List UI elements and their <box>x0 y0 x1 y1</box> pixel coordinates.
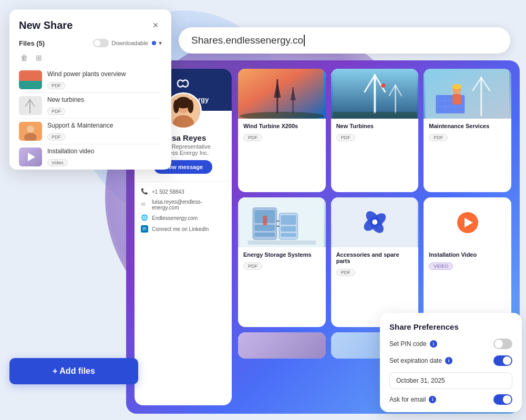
pref-pin-text: Set PIN code <box>389 340 427 348</box>
card-image-storage <box>238 197 326 247</box>
svg-rect-39 <box>254 233 275 237</box>
pref-label-expiration: Set expiration date i <box>389 357 452 364</box>
svg-rect-34 <box>452 86 462 88</box>
card-image-turbines <box>331 69 419 119</box>
pref-row-expiration: Set expiration date i <box>389 355 512 366</box>
svg-rect-21 <box>333 112 417 119</box>
email-icon: ✉ <box>141 201 148 208</box>
linkedin-icon: in <box>141 225 148 233</box>
panel-title: New Share <box>19 19 73 32</box>
card-wind-turbine[interactable]: Wind Turbine X200s PDF <box>238 69 326 192</box>
url-bar[interactable]: Shares.endlessenergy.co <box>179 27 510 54</box>
downloadable-switch[interactable] <box>93 39 109 47</box>
card-image-accessories <box>331 197 419 247</box>
file-badge-2: PDF <box>47 133 65 141</box>
file-info-3: Installation video Video <box>47 148 162 166</box>
info-icon-email: i <box>429 396 436 403</box>
toggle-email[interactable] <box>493 394 512 405</box>
card-badge-wind: PDF <box>243 134 262 141</box>
grid-icon[interactable]: ⊞ <box>34 52 44 63</box>
toggle-pin[interactable] <box>493 339 512 349</box>
card-body-storage: Energy Storage Systems PDF <box>238 247 326 274</box>
close-button[interactable]: × <box>149 19 162 32</box>
info-icon-expiration: i <box>445 357 452 364</box>
phone-icon: 📞 <box>141 188 148 195</box>
svg-rect-47 <box>247 240 316 245</box>
file-thumb-video <box>19 148 42 166</box>
card-video[interactable]: Installation Video VIDEO <box>424 197 511 327</box>
email-item: ✉ luisa.reyes@endless-energy.com <box>141 199 225 211</box>
card-body-accessories: Accessories and spare parts PDF <box>331 247 419 280</box>
card-badge-turbines: PDF <box>336 134 355 141</box>
card-image-maintenance <box>424 69 511 119</box>
card-partial-1[interactable] <box>238 332 326 359</box>
date-input[interactable] <box>389 372 512 389</box>
file-name-2: Support & Maintenance <box>47 122 162 129</box>
file-item-0[interactable]: Wind power plants overview PDF <box>19 67 162 93</box>
file-item-3[interactable]: Installation video Video <box>19 144 162 170</box>
card-new-turbines[interactable]: New Turbines PDF <box>331 69 419 192</box>
svg-point-50 <box>372 219 377 225</box>
card-title-wind: Wind Turbine X200s <box>243 123 321 129</box>
toggle-expiration[interactable] <box>493 355 512 366</box>
card-image-partial1 <box>238 332 326 359</box>
card-badge-maintenance: PDF <box>429 134 448 141</box>
file-item-1[interactable]: New turbines PDF <box>19 93 162 119</box>
file-info-2: Support & Maintenance PDF <box>47 122 162 141</box>
svg-rect-32 <box>453 94 461 104</box>
pref-expiration-text: Set expiration date <box>389 357 442 364</box>
svg-point-58 <box>27 125 34 133</box>
svg-rect-44 <box>263 216 267 225</box>
card-body-turbines: New Turbines PDF <box>331 119 419 145</box>
card-title-storage: Energy Storage Systems <box>243 251 321 258</box>
contact-info: 📞 +1 502 58843 ✉ luisa.reyes@endless-ene… <box>135 184 232 240</box>
svg-point-20 <box>381 83 385 88</box>
file-info-1: New turbines PDF <box>47 96 162 115</box>
add-files-button[interactable]: + Add files <box>9 358 138 384</box>
file-thumb-turbine <box>19 96 42 115</box>
card-maintenance[interactable]: Maintenance Services PDF <box>424 69 511 192</box>
info-icon-pin: i <box>430 340 437 348</box>
svg-rect-43 <box>281 233 296 237</box>
files-header: Files (5) Downloadable ▾ <box>19 39 162 47</box>
delete-icon[interactable]: 🗑 <box>19 52 29 63</box>
file-item-2[interactable]: Support & Maintenance PDF <box>19 119 162 144</box>
card-accessories[interactable]: Accessories and spare parts PDF <box>331 197 419 327</box>
downloadable-label: Downloadable <box>111 40 148 46</box>
chevron-down-icon: ▾ <box>159 39 162 47</box>
svg-rect-38 <box>254 225 275 231</box>
pref-row-email: Ask for email i <box>389 394 512 405</box>
svg-rect-17 <box>395 85 396 113</box>
logo-icon <box>173 77 192 93</box>
pref-row-pin: Set PIN code i <box>389 339 512 349</box>
files-label: Files (5) <box>19 39 45 47</box>
file-badge-3: Video <box>47 159 68 166</box>
svg-point-5 <box>188 100 193 113</box>
website-item[interactable]: 🌐 Endlessenergy.com <box>141 214 225 222</box>
card-body-maintenance: Maintenance Services PDF <box>424 119 511 145</box>
card-title-maintenance: Maintenance Services <box>429 123 506 129</box>
cursor <box>304 35 305 46</box>
card-badge-storage: PDF <box>243 262 262 270</box>
downloadable-toggle: Downloadable ▾ <box>93 39 162 47</box>
card-title-accessories: Accessories and spare parts <box>336 251 414 264</box>
file-badge-1: PDF <box>47 108 65 115</box>
play-button <box>457 212 478 233</box>
card-body-wind: Wind Turbine X200s PDF <box>238 119 326 145</box>
file-name-0: Wind power plants overview <box>47 70 162 78</box>
card-storage[interactable]: Energy Storage Systems PDF <box>238 197 326 327</box>
website-text: Endlessenergy.com <box>152 215 198 221</box>
files-actions: 🗑 ⊞ <box>19 52 162 63</box>
notification-dot <box>152 41 156 45</box>
card-body-video: Installation Video VIDEO <box>424 247 511 274</box>
panel-header: New Share × <box>19 19 162 32</box>
prefs-title: Share Preferences <box>389 322 512 331</box>
linkedin-item[interactable]: in Connect me on LinkedIn <box>141 225 225 233</box>
card-badge-accessories: PDF <box>336 269 355 276</box>
phone-item: 📞 +1 502 58843 <box>141 188 225 195</box>
svg-rect-52 <box>19 81 42 89</box>
share-preferences-panel: Share Preferences Set PIN code i Set exp… <box>380 313 522 412</box>
file-thumb-wind <box>19 70 42 89</box>
web-icon: 🌐 <box>141 214 148 222</box>
card-badge-video: VIDEO <box>429 262 453 270</box>
